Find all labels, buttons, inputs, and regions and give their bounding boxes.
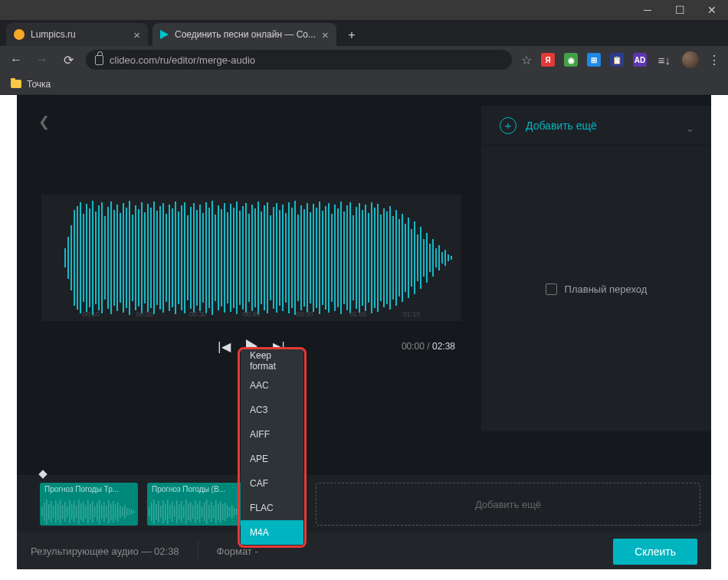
svg-rect-71 [282, 205, 284, 311]
profile-avatar[interactable] [682, 51, 699, 68]
svg-rect-164 [126, 508, 128, 516]
svg-rect-53 [227, 212, 228, 303]
format-option-m4a[interactable]: M4A [241, 520, 303, 545]
reload-button[interactable]: ⟳ [60, 51, 77, 68]
svg-rect-17 [116, 205, 118, 311]
checkbox[interactable] [546, 283, 557, 295]
back-chevron-icon[interactable]: ❮ [38, 113, 50, 130]
extension-icon[interactable]: AD [633, 53, 647, 67]
favicon-clideo [160, 30, 169, 39]
crossfade-option[interactable]: Плавный переход [481, 283, 711, 295]
skip-back-button[interactable]: |◀ [218, 339, 230, 354]
address-bar: ← → ⟳ clideo.com/ru/editor/merge-audio ☆… [0, 46, 728, 74]
minimize-button[interactable]: ─ [631, 0, 664, 20]
extension-icon[interactable]: Я [541, 53, 555, 67]
add-more-dropzone[interactable]: Добавить ещё [316, 483, 700, 526]
svg-rect-175 [165, 503, 166, 520]
svg-rect-22 [132, 215, 133, 301]
url-field[interactable]: clideo.com/ru/editor/merge-audio [86, 50, 512, 70]
svg-rect-16 [113, 210, 115, 306]
svg-rect-32 [162, 203, 164, 313]
svg-rect-138 [67, 506, 68, 517]
back-button[interactable]: ← [8, 51, 25, 68]
svg-rect-36 [175, 202, 176, 314]
format-option-ac3[interactable]: AC3 [241, 398, 303, 422]
svg-rect-38 [181, 205, 182, 310]
tab-active[interactable]: Соединить песни онлайн — Со... × [152, 23, 336, 46]
bookmark-star-icon[interactable]: ☆ [521, 53, 532, 67]
format-option-aac[interactable]: AAC [241, 373, 303, 398]
svg-rect-65 [264, 205, 265, 310]
format-option-flac[interactable]: FLAC [241, 496, 303, 520]
format-option-caf[interactable]: CAF [241, 471, 303, 496]
svg-rect-25 [141, 202, 143, 313]
format-label[interactable]: Формат - [217, 546, 258, 557]
tab-close-icon[interactable]: × [322, 28, 329, 41]
svg-rect-74 [291, 208, 293, 308]
svg-rect-59 [245, 203, 247, 313]
svg-rect-11 [98, 205, 100, 310]
svg-rect-49 [215, 215, 216, 301]
timeline[interactable]: Прогноз Погоды Тр... Прогноз Погоды (В..… [17, 475, 711, 532]
svg-rect-165 [129, 509, 130, 515]
bookmark-item[interactable]: Точка [27, 79, 51, 90]
bottom-bar: Результирующее аудио — 02:38 Формат - Ск… [17, 532, 711, 569]
svg-rect-190 [199, 501, 201, 523]
svg-rect-6 [83, 214, 84, 302]
svg-rect-99 [368, 213, 369, 303]
svg-rect-9 [92, 201, 93, 315]
svg-rect-60 [248, 214, 250, 302]
current-time: 00:00 [402, 341, 425, 352]
menu-button[interactable]: ⋮ [708, 53, 720, 67]
svg-rect-21 [129, 201, 130, 315]
format-option-keep[interactable]: Keep format [241, 349, 303, 373]
svg-rect-79 [307, 203, 308, 313]
svg-rect-90 [340, 202, 342, 314]
svg-rect-139 [69, 500, 71, 523]
maximize-button[interactable]: ☐ [664, 0, 696, 20]
svg-rect-169 [151, 503, 152, 521]
extension-icon[interactable]: ◉ [564, 53, 578, 67]
svg-rect-24 [138, 209, 139, 306]
extension-icon[interactable]: ⊞ [587, 53, 601, 67]
close-window-button[interactable]: ✕ [696, 0, 728, 20]
format-option-ape[interactable]: APE [241, 447, 303, 471]
waveform-display[interactable]: 00:10 00:20 00:30 00:40 00:50 01:00 01:1… [41, 195, 461, 321]
new-tab-button[interactable]: + [341, 25, 362, 46]
svg-rect-114 [414, 221, 415, 294]
playhead-icon[interactable] [38, 470, 47, 478]
svg-rect-34 [169, 205, 170, 311]
chevron-down-icon[interactable]: ⌄ [686, 123, 694, 134]
svg-rect-73 [288, 202, 290, 313]
svg-rect-55 [233, 208, 234, 308]
audio-clip[interactable]: Прогноз Погоды Тр... [40, 483, 138, 526]
svg-rect-157 [110, 503, 112, 520]
tab-inactive[interactable]: Lumpics.ru × [6, 23, 148, 46]
svg-rect-28 [150, 208, 152, 308]
svg-rect-119 [429, 244, 431, 272]
svg-rect-42 [193, 203, 195, 313]
audio-clip[interactable]: Прогноз Погоды (В... [147, 483, 245, 526]
svg-rect-178 [172, 502, 173, 522]
merge-button[interactable]: Склеить [613, 539, 697, 565]
svg-rect-58 [242, 206, 244, 310]
forward-button[interactable]: → [34, 51, 51, 68]
total-time: 02:38 [432, 341, 455, 352]
clip-title: Прогноз Погоды Тр... [44, 485, 119, 493]
extension-icon[interactable]: 📋 [610, 53, 624, 67]
add-more-button[interactable]: + Добавить ещё [481, 106, 711, 146]
svg-rect-51 [221, 209, 222, 306]
svg-rect-92 [346, 205, 348, 310]
format-option-aiff[interactable]: AIFF [241, 422, 303, 447]
svg-rect-78 [303, 209, 305, 306]
tab-title: Lumpics.ru [31, 29, 127, 40]
svg-rect-64 [261, 211, 262, 304]
svg-rect-200 [222, 504, 224, 519]
reading-list-icon[interactable]: ≡↓ [656, 51, 673, 68]
tab-close-icon[interactable]: × [133, 28, 140, 41]
svg-rect-107 [392, 216, 394, 300]
svg-rect-4 [77, 206, 78, 310]
window-titlebar: ─ ☐ ✕ [0, 0, 728, 20]
svg-rect-88 [334, 205, 336, 311]
svg-rect-130 [48, 504, 50, 519]
